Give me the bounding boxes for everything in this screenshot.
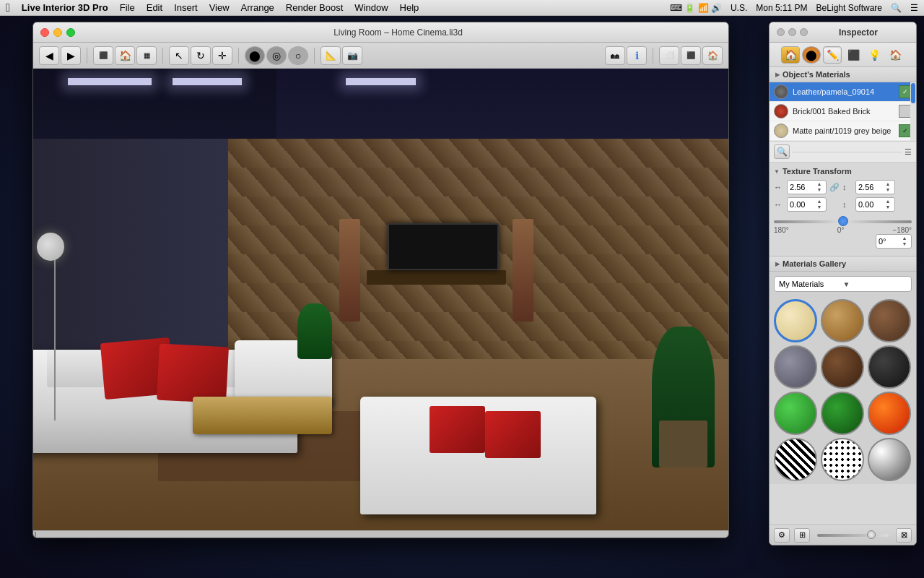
gallery-item-wood-dark[interactable]: [868, 299, 911, 342]
offsety-up[interactable]: ▲: [884, 199, 892, 204]
gallery-item-zebra[interactable]: [774, 438, 817, 481]
app-name-menu[interactable]: Live Interior 3D Pro: [22, 2, 108, 13]
offsetx-stepper[interactable]: ▲ ▼: [815, 199, 824, 210]
width-field[interactable]: 2.56 ▲ ▼: [787, 180, 827, 194]
select-tool-button[interactable]: ↖: [169, 46, 189, 65]
gallery-item-dark[interactable]: [868, 345, 911, 389]
measure-button[interactable]: 📐: [321, 46, 341, 65]
material-item-brick[interactable]: Brick/001 Baked Brick: [770, 102, 916, 121]
coffee-table: [193, 397, 332, 434]
eyedropper-button[interactable]: 🔍: [774, 144, 790, 159]
inspector-tab-home[interactable]: 🏠: [781, 46, 800, 64]
rotation-field-row: 0° ▲ ▼: [774, 234, 912, 249]
material-item-leather[interactable]: Leather/pamela_09014 ✓: [770, 82, 916, 102]
window-menu[interactable]: Window: [354, 2, 388, 13]
gallery-item-cream[interactable]: [774, 299, 817, 342]
rotate-tool-button[interactable]: ↻: [191, 46, 211, 65]
minimize-button[interactable]: [53, 28, 62, 37]
file-menu[interactable]: File: [120, 2, 135, 13]
dollhouse-button[interactable]: 🏘: [605, 46, 625, 65]
width-up[interactable]: ▲: [815, 181, 824, 187]
iso-view-button[interactable]: ⬛: [681, 46, 701, 65]
inspector-maximize-btn[interactable]: [800, 28, 808, 36]
arrange-menu[interactable]: Arrange: [241, 2, 274, 13]
inspector-tab-room[interactable]: 🏠: [886, 46, 905, 64]
height-stepper[interactable]: ▲ ▼: [884, 181, 892, 193]
pan-button[interactable]: ◎: [266, 46, 287, 65]
scene-viewport[interactable]: [33, 69, 728, 538]
inspector-tab-light[interactable]: 💡: [865, 46, 884, 64]
clock: Mon 5:11 PM: [756, 3, 807, 13]
zoom-button[interactable]: ○: [288, 46, 308, 65]
view-menu[interactable]: View: [209, 2, 230, 13]
gallery-item-brown-dark[interactable]: [821, 345, 864, 389]
main-traffic-lights[interactable]: [40, 28, 75, 37]
back-button[interactable]: ◀: [39, 46, 59, 65]
gallery-item-green-bright[interactable]: [774, 392, 817, 435]
home-view-button[interactable]: 🏠: [702, 46, 723, 65]
rotation-stepper[interactable]: ▲ ▼: [900, 236, 909, 247]
objects-materials-title: Object's Materials: [783, 70, 850, 79]
materials-gallery-section: Materials Gallery My Materials ▼: [770, 256, 916, 484]
move-tool-button[interactable]: ✛: [212, 46, 232, 65]
inspector-tab-materials[interactable]: ✏️: [823, 46, 842, 64]
inspector-close-btn[interactable]: [777, 28, 785, 36]
inspector-tab-object[interactable]: ⬤: [802, 46, 821, 64]
gallery-item-wood-light[interactable]: [821, 299, 864, 342]
ortho-view-button[interactable]: ⬜: [659, 46, 679, 65]
height-up[interactable]: ▲: [884, 181, 892, 187]
gallery-view-button[interactable]: ⊠: [896, 528, 912, 543]
size-slider[interactable]: [817, 534, 889, 537]
add-material-button[interactable]: ⚙: [774, 528, 790, 543]
inspector-tab-texture[interactable]: ⬛: [844, 46, 863, 64]
offsetx-field[interactable]: 0.00 ▲ ▼: [787, 197, 827, 212]
width-stepper[interactable]: ▲ ▼: [815, 181, 824, 193]
render-boost-menu[interactable]: Render Boost: [286, 2, 344, 13]
main-titlebar: Living Room – Home Cinema.li3d: [33, 22, 728, 43]
inspector-traffic-lights[interactable]: [777, 28, 808, 36]
camera-snap-button[interactable]: 📷: [342, 46, 362, 65]
menu-icon[interactable]: ☰: [910, 3, 918, 13]
gallery-item-green-dark[interactable]: [821, 392, 864, 435]
height-field[interactable]: 2.56 ▲ ▼: [855, 180, 895, 194]
materials-dropdown[interactable]: My Materials ▼: [774, 276, 912, 292]
close-button[interactable]: [40, 28, 49, 37]
rotation-down[interactable]: ▼: [900, 241, 909, 247]
render-button[interactable]: 🏠: [115, 46, 135, 65]
offsety-field[interactable]: 0.00 ▲ ▼: [855, 197, 895, 212]
insert-menu[interactable]: Insert: [174, 2, 198, 13]
help-menu[interactable]: Help: [400, 2, 419, 13]
3d-scene[interactable]: [33, 69, 728, 538]
forward-button[interactable]: ▶: [61, 46, 81, 65]
size-slider-thumb[interactable]: [867, 530, 876, 539]
maximize-button[interactable]: [66, 28, 75, 37]
rotation-up[interactable]: ▲: [900, 236, 909, 241]
height-down[interactable]: ▼: [884, 187, 892, 193]
offsetx-down[interactable]: ▼: [815, 204, 824, 210]
apple-menu[interactable]: : [6, 1, 10, 14]
plant-pot-right: [659, 420, 707, 467]
search-icon[interactable]: 🔍: [891, 3, 902, 13]
edit-menu[interactable]: Edit: [147, 2, 162, 13]
gallery-item-fire[interactable]: [868, 392, 911, 435]
floor-plan-button[interactable]: ⬛: [93, 46, 113, 65]
layers-button[interactable]: ▦: [136, 46, 157, 65]
offsetx-up[interactable]: ▲: [815, 199, 824, 204]
width-down[interactable]: ▼: [815, 187, 824, 193]
gallery-item-spots[interactable]: [821, 438, 864, 481]
rotation-thumb[interactable]: [838, 216, 848, 226]
info-button[interactable]: ℹ: [627, 46, 647, 65]
rotation-slider[interactable]: [774, 220, 912, 223]
offsety-down[interactable]: ▼: [884, 204, 892, 210]
dropdown-label: My Materials: [779, 280, 843, 288]
gallery-item-chrome[interactable]: [868, 438, 911, 481]
gallery-item-stone[interactable]: [774, 345, 817, 389]
orbit-button[interactable]: ⬤: [245, 46, 265, 65]
materials-scrollbar[interactable]: [910, 82, 916, 141]
material-item-paint[interactable]: Matte paint/1019 grey beige ✓: [770, 121, 916, 141]
inspector-minimize-btn[interactable]: [788, 28, 796, 36]
offsety-stepper[interactable]: ▲ ▼: [884, 199, 892, 210]
h-scrollbar[interactable]: [33, 530, 728, 538]
export-button[interactable]: ⊞: [794, 528, 810, 543]
rotation-field[interactable]: 0° ▲ ▼: [876, 234, 912, 249]
